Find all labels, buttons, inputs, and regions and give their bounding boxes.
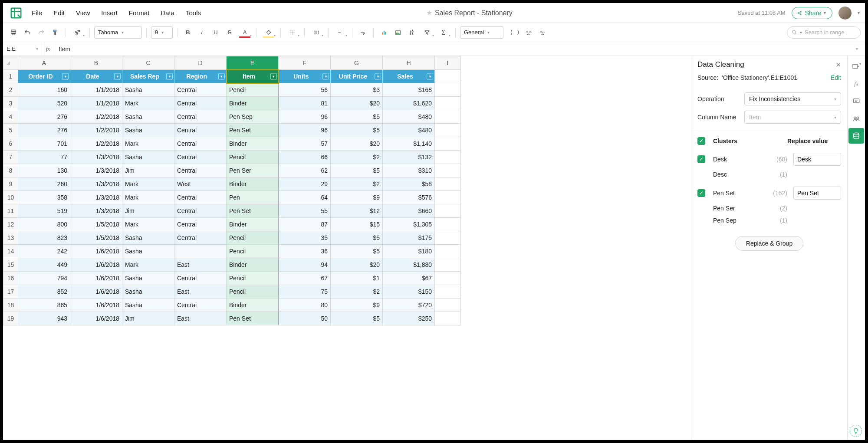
rail-arrow-icon[interactable]: ▾ [848,59,864,74]
clear-format-icon[interactable]: ▾ [70,26,85,39]
select-all-checkbox[interactable]: ✓ [697,137,705,145]
cell[interactable]: 130 [18,164,70,177]
help-bulb-icon[interactable] [850,425,862,437]
cell[interactable]: Pencil [227,285,279,299]
cell[interactable]: 701 [18,137,70,151]
cell[interactable]: Central [174,83,227,97]
text-color-button[interactable]: A▾ [237,26,252,39]
cell[interactable]: Pencil [227,231,279,245]
cell[interactable]: Sasha [122,83,174,97]
number-format-selector[interactable]: General▾ [460,26,503,39]
filter-dropdown-icon[interactable]: ▾ [166,73,173,80]
strikethrough-button[interactable]: S [224,26,236,39]
decimal-decrease-icon[interactable]: .0.00 [523,26,535,39]
cell[interactable]: Binder [227,218,279,231]
wrap-text-button[interactable] [357,26,369,39]
borders-button[interactable]: ▾ [285,26,300,39]
cell[interactable]: 823 [18,231,70,245]
cell[interactable]: 1/1/2018 [70,97,122,110]
filter-dropdown-icon[interactable]: ▾ [375,73,381,80]
cell[interactable]: Mark [122,177,174,191]
replace-value-input[interactable] [793,153,841,166]
cell[interactable]: 55 [279,204,331,218]
cell[interactable]: $720 [383,299,435,312]
cell[interactable]: 852 [18,285,70,299]
filter-dropdown-icon[interactable]: ▾ [322,73,329,80]
rail-fx-icon[interactable]: fx [848,76,864,92]
cell[interactable]: Sasha [122,299,174,312]
filter-dropdown-icon[interactable]: ▾ [218,73,225,80]
cell[interactable]: 80 [279,299,331,312]
row-header[interactable]: 10 [3,191,18,204]
cell[interactable]: Central [174,137,227,151]
cell[interactable]: $480 [383,124,435,137]
cell[interactable]: $660 [383,204,435,218]
row-header[interactable]: 13 [3,231,18,245]
cell[interactable]: 1/6/2018 [70,245,122,258]
decimal-increase-icon[interactable]: .00.0 [536,26,549,39]
app-logo[interactable] [8,5,24,21]
row-header[interactable]: 8 [3,164,18,177]
row-header[interactable]: 17 [3,285,18,299]
cell[interactable]: $67 [383,272,435,285]
font-selector[interactable]: Tahoma▾ [94,26,142,39]
cell[interactable]: 276 [18,110,70,124]
cell[interactable]: $20 [331,97,383,110]
cell[interactable]: Pencil [227,272,279,285]
cell[interactable]: 358 [18,191,70,204]
cell[interactable]: Central [174,151,227,164]
row-header[interactable]: 14 [3,245,18,258]
cell[interactable]: Binder [227,177,279,191]
table-header-cell[interactable]: Item▾ [227,70,279,83]
parentheses-icon[interactable]: ( ) [509,26,521,39]
close-icon[interactable]: ✕ [835,61,841,69]
cluster-checkbox[interactable]: ✓ [697,155,705,163]
cell[interactable]: Binder [227,258,279,272]
cell[interactable]: East [174,285,227,299]
cell[interactable]: $9 [331,299,383,312]
cell[interactable]: Pen Ser [227,164,279,177]
table-header-cell[interactable]: Region▾ [174,70,227,83]
cell[interactable]: 87 [279,218,331,231]
cell[interactable]: $1 [331,272,383,285]
merge-cells-button[interactable]: ▾ [309,26,324,39]
cell[interactable]: Pen [227,191,279,204]
cell[interactable]: Pen Set [227,124,279,137]
cell[interactable]: $175 [383,231,435,245]
cell[interactable]: $15 [331,218,383,231]
fx-icon[interactable]: fx [42,42,54,56]
cell[interactable]: Sasha [122,285,174,299]
cell[interactable]: 794 [18,272,70,285]
cell[interactable]: Central [174,110,227,124]
menu-format[interactable]: Format [129,9,150,16]
cell[interactable]: 1/5/2018 [70,218,122,231]
sum-icon[interactable]: Σ▾ [436,26,451,39]
col-header-B[interactable]: B [70,56,122,70]
cell[interactable]: 1/6/2018 [70,312,122,325]
cell[interactable]: 242 [18,245,70,258]
cell[interactable]: 1/3/2018 [70,204,122,218]
star-icon[interactable]: ★ [426,9,432,17]
cell[interactable]: Pen Sep [227,110,279,124]
table-header-cell[interactable]: Date▾ [70,70,122,83]
undo-icon[interactable] [21,26,33,39]
cell[interactable]: 1/2/2018 [70,110,122,124]
cell[interactable]: Central [174,204,227,218]
cell[interactable]: Pencil [227,83,279,97]
cell[interactable]: Sasha [122,245,174,258]
row-header[interactable]: 5 [3,124,18,137]
cell[interactable]: 943 [18,312,70,325]
table-header-cell[interactable]: Sales Rep▾ [122,70,174,83]
align-button[interactable]: ▾ [333,26,348,39]
cell[interactable]: $5 [331,110,383,124]
cell[interactable]: 56 [279,83,331,97]
cell[interactable]: 94 [279,258,331,272]
menu-view[interactable]: View [76,9,90,16]
cell[interactable]: $480 [383,110,435,124]
cell[interactable]: 66 [279,151,331,164]
search-in-range-input[interactable]: ▾ Search in range [787,26,861,39]
cell[interactable]: 1/1/2018 [70,83,122,97]
cell[interactable]: 260 [18,177,70,191]
replace-and-group-button[interactable]: Replace & Group [735,236,803,251]
cell[interactable]: 96 [279,110,331,124]
